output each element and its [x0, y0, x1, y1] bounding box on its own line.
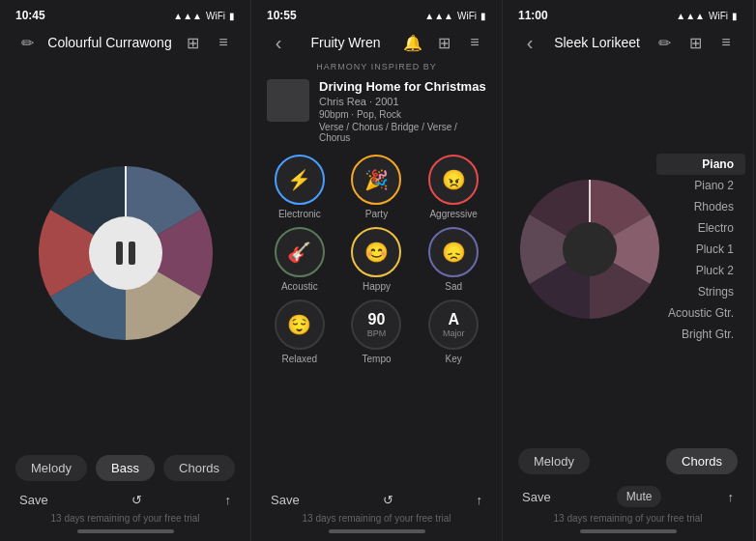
- song-meta: 90bpm · Pop, Rock: [319, 109, 486, 120]
- track-tabs-1: Melody Bass Chords: [15, 455, 235, 481]
- tab-chords-1[interactable]: Chords: [163, 455, 235, 481]
- harmony-label: HARMONY INSPIRED BY: [267, 62, 486, 71]
- instrument-acoustic-gtr[interactable]: Acoustic Gtr.: [656, 302, 745, 324]
- tempo-label: Tempo: [362, 354, 391, 364]
- mood-circle-electronic[interactable]: ⚡: [275, 155, 325, 205]
- trial-text-3: 13 days remaining of your free trial: [518, 513, 738, 529]
- key-circle[interactable]: A Major: [428, 299, 479, 350]
- back-icon-2[interactable]: ‹: [267, 32, 290, 54]
- mood-circle-aggressive[interactable]: 😠: [428, 155, 479, 205]
- menu-icon-1[interactable]: ≡: [212, 34, 235, 51]
- action-bar-1: Save ↺ ↑: [15, 493, 235, 507]
- battery-icon-1: ▮: [229, 11, 235, 21]
- wheel-3[interactable]: [512, 172, 667, 327]
- control-tempo: 90 BPM Tempo: [344, 299, 410, 364]
- tempo-unit: BPM: [367, 328, 387, 338]
- instrument-bright-gtr[interactable]: Bright Gtr.: [656, 324, 745, 345]
- signal-icon-2: ▲▲▲: [424, 11, 453, 21]
- bottom-controls-1: Melody Bass Chords Save ↺ ↑ 13 days rema…: [0, 443, 250, 541]
- track-tabs-3: Melody Chords: [518, 448, 738, 474]
- mood-sad: 😞 Sad: [421, 227, 486, 292]
- battery-icon-2: ▮: [480, 11, 486, 21]
- mood-label-party: Party: [365, 209, 388, 219]
- electronic-icon: ⚡: [287, 168, 311, 191]
- grid-icon-3[interactable]: ⊞: [683, 34, 707, 52]
- mood-label-happy: Happy: [363, 281, 391, 292]
- party-icon: 🎉: [364, 168, 389, 191]
- menu-icon-2[interactable]: ≡: [463, 34, 486, 51]
- tab-bass-1[interactable]: Bass: [96, 455, 155, 481]
- home-indicator-1: [77, 529, 174, 533]
- song-card: Driving Home for Christmas Chris Rea · 2…: [267, 79, 486, 143]
- bell-icon-2[interactable]: 🔔: [401, 34, 424, 52]
- happy-icon: 😊: [364, 241, 389, 264]
- instrument-piano2[interactable]: Piano 2: [656, 175, 745, 196]
- wheel-1[interactable]: [29, 157, 222, 350]
- key-label: Key: [446, 354, 462, 364]
- instrument-strings[interactable]: Strings: [656, 281, 745, 302]
- grid-icon-2[interactable]: ⊞: [432, 34, 455, 52]
- share-button-3[interactable]: ↑: [727, 490, 734, 504]
- home-indicator-2: [329, 529, 425, 533]
- controls-row: 😌 Relaxed 90 BPM Tempo A Major Key: [267, 299, 486, 364]
- save-button-3[interactable]: Save: [522, 490, 551, 504]
- panel-colourful-currawong: 10:45 ▲▲▲ WiFi ▮ ✏ Colourful Currawong ⊞…: [0, 0, 251, 541]
- mood-label-acoustic: Acoustic: [281, 281, 318, 292]
- instrument-rhodes[interactable]: Rhodes: [656, 196, 745, 217]
- main-content-3: Piano Piano 2 Rhodes Electro Pluck 1 Plu…: [503, 62, 753, 437]
- tempo-circle[interactable]: 90 BPM: [351, 299, 401, 350]
- nav-bar-3: ‹ Sleek Lorikeet ✏ ⊞ ≡: [503, 27, 753, 62]
- mood-grid-top: ⚡ Electronic 🎉 Party 😠 Aggressive: [267, 155, 486, 219]
- wheel-area-3: Piano Piano 2 Rhodes Electro Pluck 1 Plu…: [503, 143, 753, 356]
- song-title: Driving Home for Christmas: [319, 79, 486, 94]
- tab-melody-3[interactable]: Melody: [518, 448, 590, 474]
- mood-circle-acoustic[interactable]: 🎸: [275, 227, 325, 277]
- home-indicator-3: [580, 529, 677, 533]
- loop-button-2[interactable]: ↺: [383, 493, 393, 507]
- sad-icon: 😞: [442, 241, 466, 264]
- wifi-icon-1: WiFi: [206, 11, 225, 21]
- instrument-piano[interactable]: Piano: [656, 154, 745, 175]
- back-icon-3[interactable]: ‹: [518, 32, 541, 54]
- save-button-1[interactable]: Save: [19, 493, 48, 507]
- key-value: A: [448, 311, 459, 328]
- share-button-1[interactable]: ↑: [224, 493, 231, 507]
- instrument-pluck2[interactable]: Pluck 2: [656, 260, 745, 281]
- share-button-2[interactable]: ↑: [476, 493, 482, 507]
- trial-text-1: 13 days remaining of your free trial: [15, 513, 235, 529]
- action-bar-3: Save Mute ↑: [518, 486, 738, 507]
- menu-icon-3[interactable]: ≡: [714, 34, 738, 51]
- status-icons-2: ▲▲▲ WiFi ▮: [424, 11, 486, 21]
- instrument-pluck1[interactable]: Pluck 1: [656, 239, 745, 260]
- nav-icons-right-1: ⊞ ≡: [181, 34, 235, 52]
- song-thumbnail: [267, 79, 309, 122]
- signal-icon-3: ▲▲▲: [676, 11, 705, 21]
- tab-chords-3[interactable]: Chords: [666, 448, 738, 474]
- svg-rect-2: [129, 242, 135, 265]
- bottom-controls-2: Save ↺ ↑ 13 days remaining of your free …: [251, 481, 502, 541]
- p2-content: HARMONY INSPIRED BY Driving Home for Chr…: [251, 62, 502, 481]
- svg-point-0: [89, 216, 162, 290]
- mood-circle-party[interactable]: 🎉: [351, 155, 401, 205]
- nav-bar-2: ‹ Fruity Wren 🔔 ⊞ ≡: [251, 27, 502, 62]
- mood-label-aggressive: Aggressive: [429, 209, 477, 219]
- song-info: Driving Home for Christmas Chris Rea · 2…: [319, 79, 486, 143]
- mood-label-sad: Sad: [445, 281, 462, 292]
- grid-icon-1[interactable]: ⊞: [181, 34, 204, 52]
- song-structure: Verse / Chorus / Bridge / Verse / Chorus: [319, 122, 486, 143]
- tab-melody-1[interactable]: Melody: [15, 455, 87, 481]
- nav-title-2: Fruity Wren: [290, 35, 401, 50]
- loop-button-1[interactable]: ↺: [131, 493, 142, 507]
- mood-circle-relaxed[interactable]: 😌: [275, 299, 325, 350]
- control-relaxed: 😌 Relaxed: [267, 299, 333, 364]
- mood-circle-sad[interactable]: 😞: [428, 227, 479, 277]
- edit-icon-3[interactable]: ✏: [653, 34, 676, 52]
- mute-button-3[interactable]: Mute: [617, 486, 662, 507]
- edit-icon-1[interactable]: ✏: [15, 34, 39, 52]
- wifi-icon-2: WiFi: [457, 11, 477, 21]
- mood-acoustic: 🎸 Acoustic: [267, 227, 333, 292]
- control-key: A Major Key: [421, 299, 486, 364]
- instrument-electro[interactable]: Electro: [656, 217, 745, 239]
- save-button-2[interactable]: Save: [271, 493, 300, 507]
- mood-circle-happy[interactable]: 😊: [351, 227, 401, 277]
